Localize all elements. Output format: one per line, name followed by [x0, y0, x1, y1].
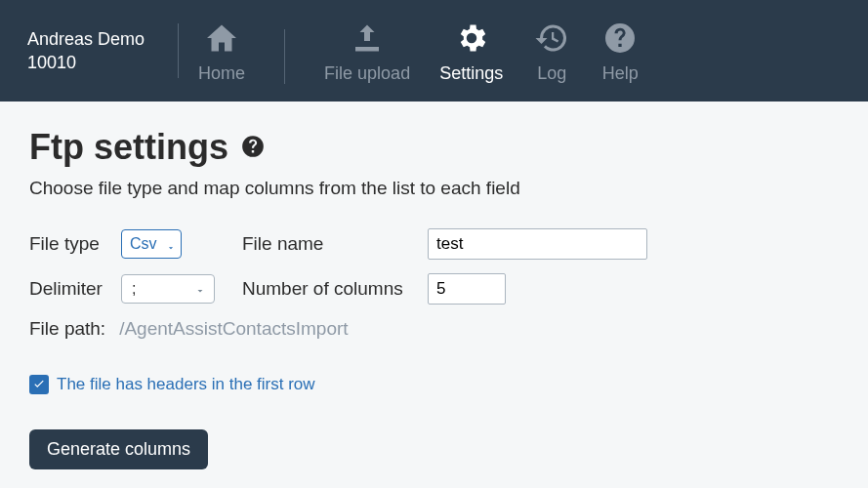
nav-log-label: Log [537, 63, 566, 84]
gear-icon [452, 19, 491, 58]
delimiter-select[interactable]: ; [121, 274, 215, 304]
nav-help-label: Help [602, 63, 639, 84]
delimiter-label: Delimiter [29, 278, 121, 300]
header-divider-2 [284, 29, 285, 84]
user-id: 10010 [27, 51, 145, 74]
delimiter-value: ; [132, 280, 136, 298]
main-content: Ftp settings Choose file type and map co… [0, 102, 868, 488]
nav-file-upload[interactable]: File upload [324, 19, 410, 84]
check-icon [32, 378, 46, 391]
settings-form: File type Csv File name Delimiter ; Numb… [29, 228, 839, 305]
nav-log[interactable]: Log [532, 19, 571, 84]
nav-help[interactable]: Help [600, 19, 640, 84]
headers-checkbox-row: The file has headers in the first row [29, 375, 839, 394]
home-icon [202, 19, 241, 58]
page-title-row: Ftp settings [29, 127, 266, 168]
file-path-label: File path: [29, 318, 105, 340]
page-subtitle: Choose file type and map columns from th… [29, 178, 839, 199]
nav-home-label: Home [198, 63, 245, 84]
chevron-down-icon [166, 239, 176, 249]
nav-file-upload-label: File upload [324, 63, 410, 84]
page-help-icon[interactable] [240, 127, 266, 168]
app-header: Andreas Demo 10010 Home File upload Sett… [0, 0, 868, 102]
user-name: Andreas Demo [27, 27, 145, 51]
num-columns-input[interactable] [428, 273, 506, 305]
nav-settings[interactable]: Settings [439, 19, 503, 84]
file-type-value: Csv [130, 235, 157, 253]
history-icon [532, 19, 571, 58]
nav-home[interactable]: Home [198, 19, 245, 84]
file-path-row: File path: /AgentAssistContactsImport [29, 318, 839, 340]
user-block: Andreas Demo 10010 [27, 27, 168, 75]
file-type-select[interactable]: Csv [121, 229, 182, 259]
help-icon [600, 19, 640, 58]
page-title: Ftp settings [29, 127, 228, 168]
generate-columns-button[interactable]: Generate columns [29, 429, 208, 469]
upload-icon [348, 19, 387, 58]
chevron-down-icon [194, 283, 206, 295]
main-nav: Home File upload Settings Log Help [198, 19, 640, 84]
headers-checkbox[interactable] [29, 375, 49, 394]
header-divider [178, 23, 179, 78]
file-name-label: File name [242, 233, 428, 255]
num-columns-label: Number of columns [242, 278, 428, 300]
file-type-label: File type [29, 233, 121, 255]
nav-settings-label: Settings [439, 63, 503, 84]
headers-checkbox-label[interactable]: The file has headers in the first row [57, 375, 315, 394]
file-path-value: /AgentAssistContactsImport [119, 318, 348, 340]
file-name-input[interactable] [428, 228, 647, 260]
